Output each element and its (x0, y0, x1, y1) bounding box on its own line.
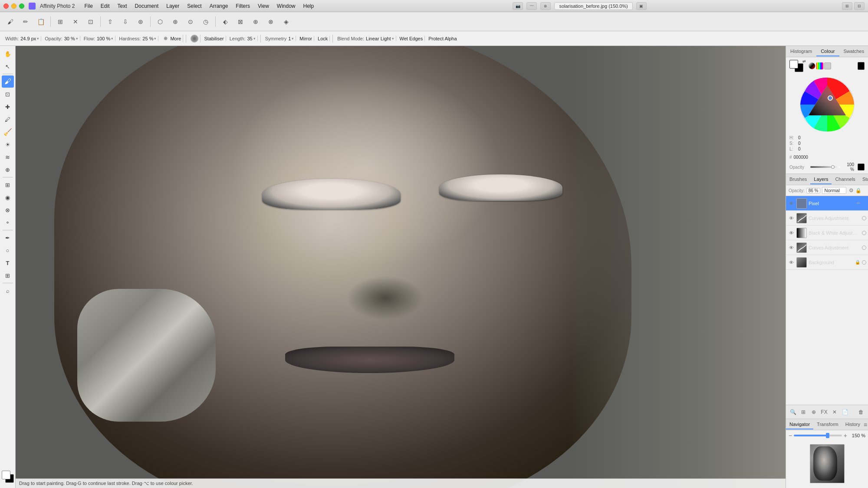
layer-indicator-curves2[interactable] (862, 246, 866, 250)
menu-filters[interactable]: Filters (232, 2, 253, 10)
layer-vis-bg[interactable]: 👁 (788, 259, 795, 266)
persona-icon-12[interactable]: ⊙ (184, 15, 197, 29)
tab-histogram[interactable]: Histogram (786, 47, 816, 56)
more-label[interactable]: More (170, 36, 181, 41)
persona-icon-7[interactable]: ⇧ (103, 15, 117, 29)
lock-label[interactable]: Lock (318, 36, 328, 41)
menu-edit[interactable]: Edit (97, 2, 113, 10)
layer-vis-bw[interactable]: 👁 (788, 229, 795, 236)
persona-icon-4[interactable]: ⊞ (53, 15, 67, 29)
color-sliders-icon[interactable]: ≡ (824, 62, 831, 69)
tool-clone[interactable]: ⊞ (2, 179, 14, 191)
tab-stock[interactable]: Stock (859, 175, 868, 184)
persona-icon-15[interactable]: ⊠ (233, 15, 247, 29)
tab-navigator[interactable]: Navigator (786, 420, 813, 429)
tool-redeye[interactable]: ◉ (2, 191, 14, 203)
tool-dodge[interactable]: ☀ (2, 138, 14, 151)
layer-indicator-curves1[interactable] (862, 216, 866, 220)
lock-group[interactable]: Lock (316, 36, 330, 41)
swap-colors-icon[interactable]: ⇄ (802, 59, 806, 63)
menu-layer[interactable]: Layer (163, 2, 183, 10)
mirror-group[interactable]: Mirror (298, 36, 314, 41)
persona-icon-16[interactable]: ⊕ (249, 15, 263, 29)
tool-crop[interactable]: ⊡ (2, 88, 14, 100)
menu-select[interactable]: Select (184, 2, 205, 10)
opacity-slider-thumb[interactable] (831, 165, 835, 169)
tab-history[interactable]: History (842, 420, 864, 429)
tool-table[interactable]: ⊞ (2, 269, 14, 282)
tool-hand[interactable]: ✋ (2, 48, 14, 60)
zoom-slider[interactable] (794, 435, 842, 436)
active-color-swatch[interactable] (858, 62, 865, 70)
tool-sel-brush[interactable]: ⚬ (2, 216, 14, 229)
layer-curves-1[interactable]: 👁 Curves Adjustment (786, 211, 868, 226)
tab-swatches[interactable]: Swatches (839, 47, 868, 56)
persona-icon-9[interactable]: ⊛ (134, 15, 148, 29)
persona-photo-btn[interactable]: 📷 (513, 2, 523, 10)
canvas[interactable] (16, 46, 786, 488)
mirror-label[interactable]: Mirror (299, 36, 312, 41)
persona-icon-5[interactable]: ✕ (69, 15, 82, 29)
layer-vis-pixel[interactable]: 👁 (788, 200, 795, 207)
menu-view[interactable]: View (254, 2, 273, 10)
tab-transform[interactable]: Transform (813, 420, 842, 429)
hex-value[interactable]: 000000 (794, 155, 808, 160)
layers-add-mask-btn[interactable]: ✕ (830, 408, 839, 416)
menu-file[interactable]: File (81, 2, 96, 10)
layers-delete-btn[interactable]: 🗑 (857, 408, 865, 416)
layers-add-adj-btn[interactable]: ⊕ (809, 408, 818, 416)
persona-icon-6[interactable]: ⊡ (84, 15, 98, 29)
persona-icon-18[interactable]: ◈ (279, 15, 293, 29)
menu-arrange[interactable]: Arrange (206, 2, 232, 10)
opacity-slider[interactable] (810, 166, 840, 168)
tool-blur[interactable]: ≋ (2, 151, 14, 163)
tool-liquify[interactable]: ⊗ (2, 204, 14, 216)
layer-indicator-bg[interactable] (862, 260, 866, 265)
persona-icon-3[interactable]: 📋 (34, 15, 48, 29)
minimize-button[interactable] (11, 3, 16, 9)
zoom-minus-btn[interactable]: − (789, 432, 792, 439)
persona-develop-btn[interactable]: ⊗ (540, 2, 551, 10)
navigator-panel-menu[interactable]: ≡ (864, 421, 867, 428)
more-group[interactable]: ⊕ More (160, 35, 183, 42)
persona-icon-11[interactable]: ⊕ (168, 15, 182, 29)
wet-edges-label[interactable]: Wet Edges (400, 36, 423, 41)
persona-icon-17[interactable]: ⊗ (264, 15, 278, 29)
layers-add-doc-btn[interactable]: 📄 (841, 408, 849, 416)
canvas-area[interactable]: Drag to start painting. Drag·G to contin… (16, 46, 786, 488)
tab-brushes[interactable]: Brushes (786, 175, 810, 184)
layer-bw[interactable]: 👁 Black & White Adjustment (786, 226, 868, 240)
persona-icon-13[interactable]: ◷ (199, 15, 213, 29)
zoom-slider-thumb[interactable] (826, 433, 829, 438)
persona-icon-14[interactable]: ⬖ (218, 15, 232, 29)
tab-layers[interactable]: Layers (810, 175, 832, 184)
fullscreen-button[interactable] (19, 3, 24, 9)
color-wheel-icon[interactable] (809, 62, 815, 69)
menu-help[interactable]: Help (300, 2, 318, 10)
layer-vis-curves2[interactable]: 👁 (788, 244, 795, 251)
foreground-color-swatch[interactable] (2, 471, 10, 479)
persona-icon-2[interactable]: ✏ (19, 15, 33, 29)
tool-zoom[interactable]: ⌕ (2, 285, 14, 297)
menu-text[interactable]: Text (114, 2, 131, 10)
wet-edges-group[interactable]: Wet Edges (398, 36, 425, 41)
tool-shapes[interactable]: ○ (2, 244, 14, 256)
fg-color-rect[interactable] (789, 60, 798, 69)
window-ctrl-2[interactable]: ⊟ (854, 2, 865, 10)
fg-bg-swatches[interactable]: ⇄ (789, 60, 803, 72)
persona-icon-10[interactable]: ⬡ (153, 15, 167, 29)
window-ctrl-1[interactable]: ⊞ (842, 2, 852, 10)
color-spectrum-icon[interactable] (816, 62, 823, 69)
layer-curves-2[interactable]: 👁 Curves Adjustment (786, 240, 868, 255)
layers-lock-icon[interactable]: 🔒 (855, 188, 861, 193)
tool-erase[interactable]: 🧹 (2, 126, 14, 138)
layer-background[interactable]: 👁 Background 🔒 (786, 255, 868, 270)
view-mode-btn[interactable]: ▣ (636, 2, 647, 10)
tab-colour[interactable]: Colour (816, 47, 839, 56)
layer-indicator-pixel[interactable] (862, 201, 866, 206)
layer-pixel[interactable]: 👁 Pixel ✏ (786, 196, 868, 211)
protect-alpha-group[interactable]: Protect Alpha (427, 36, 458, 41)
persona-liquify-btn[interactable]: 〰 (526, 2, 537, 10)
layer-indicator-bw[interactable] (862, 231, 866, 235)
layers-blend-mode[interactable]: Normal (822, 187, 846, 194)
